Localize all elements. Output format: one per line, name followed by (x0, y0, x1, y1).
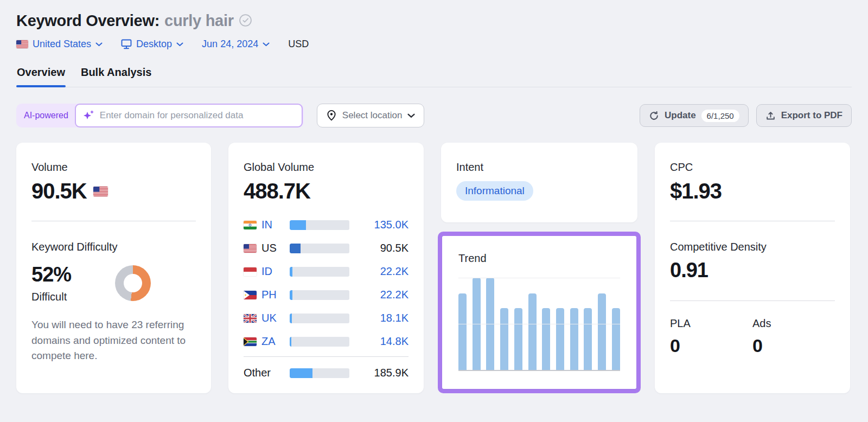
flag-za-icon (244, 337, 257, 346)
kd-level: Difficult (31, 291, 107, 303)
country-code: US (261, 242, 290, 254)
global-volume-card: Global Volume 488.7K IN 135.0K US (228, 143, 424, 393)
other-label: Other (244, 367, 290, 379)
country-volume-value[interactable]: 18.1K (349, 312, 409, 324)
country-volume-value[interactable]: 22.2K (349, 265, 409, 278)
other-volume-bar (290, 368, 349, 378)
divider (244, 356, 409, 357)
update-quota-badge: 6/1,250 (701, 110, 739, 122)
competitive-density-label: Competitive Density (670, 241, 835, 253)
trend-bar (458, 293, 467, 370)
trend-bar (528, 293, 537, 370)
country-link[interactable]: ID (261, 265, 290, 278)
country-volume-value[interactable]: 14.8K (349, 335, 409, 348)
trend-card: Trend (442, 236, 636, 389)
flag-us-icon (16, 40, 28, 48)
trend-bar-chart (458, 278, 620, 371)
country-volume-row: US 90.5K (244, 240, 409, 257)
export-pdf-button[interactable]: Export to PDF (756, 104, 852, 127)
date-selector[interactable]: Jun 24, 2024 (202, 39, 270, 50)
competitive-density-value: 0.91 (670, 259, 835, 282)
select-location-button[interactable]: Select location (317, 104, 425, 127)
intent-label: Intent (456, 161, 622, 174)
device-selector[interactable]: Desktop (121, 39, 183, 50)
update-button[interactable]: Update 6/1,250 (640, 104, 749, 127)
country-volume-row: PH 22.2K (244, 286, 409, 303)
location-pin-icon (326, 110, 337, 122)
kd-note: You will need to have 23 referring domai… (31, 317, 196, 364)
cpc-card: CPC $1.93 Competitive Density 0.91 PLA 0… (655, 143, 850, 393)
trend-highlight-border: Trend (438, 232, 641, 393)
gridline (458, 324, 620, 324)
country-volume-bar (290, 314, 349, 323)
ads-value: 0 (752, 335, 835, 356)
country-link[interactable]: UK (261, 312, 290, 324)
other-volume-value: 185.9K (349, 367, 409, 379)
trend-bar (514, 308, 522, 370)
page-title-label: Keyword Overview: (16, 12, 159, 29)
chevron-down-icon (263, 42, 270, 47)
trend-bar (500, 308, 508, 370)
country-volume-value[interactable]: 22.2K (349, 289, 409, 301)
country-volume-bar (290, 290, 349, 300)
trend-bar (598, 293, 606, 370)
verified-check-icon (239, 14, 252, 27)
ads-label: Ads (752, 317, 835, 330)
keyword-overview-page: Keyword Overview:curly hair United State… (0, 0, 868, 393)
flag-uk-icon (244, 314, 257, 323)
trend-bar (570, 308, 578, 370)
country-volume-bar (290, 244, 349, 253)
domain-input[interactable] (75, 104, 303, 127)
metrics-cards: Volume 90.5K Keyword Difficulty 52% Diff… (16, 143, 852, 393)
select-location-label: Select location (342, 110, 403, 121)
country-volume-bar (290, 220, 349, 230)
country-link[interactable]: ZA (261, 335, 290, 348)
tab-bulk-analysis[interactable]: Bulk Analysis (80, 66, 152, 87)
country-volume-value[interactable]: 135.0K (349, 219, 409, 231)
trend-label: Trend (458, 252, 620, 265)
trend-bar (556, 308, 564, 370)
pla-value: 0 (670, 335, 752, 356)
flag-us-icon (93, 187, 108, 196)
country-selector[interactable]: United States (16, 39, 103, 50)
trend-bar (542, 308, 550, 370)
refresh-icon (649, 111, 659, 121)
pla-label: PLA (670, 317, 752, 330)
kd-donut-chart (115, 265, 151, 301)
volume-label: Volume (31, 161, 196, 174)
flag-us-icon (244, 244, 257, 253)
country-volume-row: IN 135.0K (244, 216, 409, 233)
country-volume-row: ZA 14.8K (244, 333, 409, 350)
keyword-difficulty-label: Keyword Difficulty (31, 241, 196, 253)
intent-trend-column: Intent Informational Trend (441, 143, 637, 393)
chevron-down-icon (176, 42, 183, 47)
sparkles-icon (82, 110, 95, 122)
date-selector-label: Jun 24, 2024 (202, 39, 258, 50)
filter-bar: United States Desktop Jun 24, 2024 USD (16, 39, 852, 50)
global-volume-value: 488.7K (244, 179, 409, 203)
country-link[interactable]: PH (261, 289, 290, 301)
volume-card: Volume 90.5K Keyword Difficulty 52% Diff… (16, 143, 211, 393)
country-volume-bar (290, 337, 349, 347)
export-icon (765, 111, 776, 121)
country-link[interactable]: IN (261, 219, 290, 231)
tab-overview[interactable]: Overview (16, 66, 66, 87)
tabs: Overview Bulk Analysis (16, 66, 852, 87)
desktop-icon (121, 39, 132, 49)
chevron-down-icon (407, 113, 415, 118)
flag-id-icon (244, 267, 257, 276)
controls-bar: AI-powered Select location (16, 104, 852, 127)
chevron-down-icon (95, 42, 103, 47)
global-volume-label: Global Volume (244, 161, 409, 174)
page-title-keyword: curly hair (164, 12, 234, 29)
trend-bar (584, 308, 592, 370)
page-title: Keyword Overview:curly hair (16, 12, 252, 30)
intent-badge[interactable]: Informational (456, 181, 533, 201)
trend-bar (612, 308, 620, 370)
device-selector-label: Desktop (136, 39, 172, 50)
other-volume-row: Other 185.9K (244, 365, 409, 381)
intent-card: Intent Informational (441, 143, 637, 222)
cpc-value: $1.93 (670, 179, 835, 203)
ai-powered-badge: AI-powered (16, 111, 75, 120)
page-header: Keyword Overview:curly hair (16, 12, 852, 30)
